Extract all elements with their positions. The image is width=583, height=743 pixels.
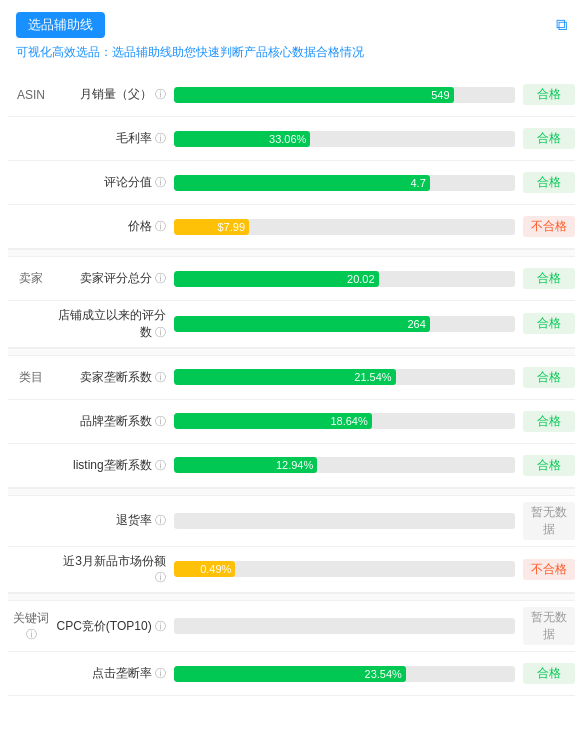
metric-label: CPC竞价(TOP10) ⓘ (54, 618, 174, 635)
status-badge: 不合格 (523, 559, 575, 580)
info-icon[interactable]: ⓘ (155, 415, 166, 427)
table-row: ASIN月销量（父） ⓘ549合格 (8, 73, 575, 117)
metric-label: 退货率 ⓘ (54, 512, 174, 529)
bar-fill: 23.54% (174, 666, 406, 682)
bar-track: 12.94% (174, 457, 515, 473)
bar-area: 12.94% (174, 455, 515, 475)
bar-track (174, 618, 515, 634)
info-icon[interactable]: ⓘ (155, 371, 166, 383)
bar-area: 21.54% (174, 367, 515, 387)
bar-fill: 20.02 (174, 271, 379, 287)
bar-area: 18.64% (174, 411, 515, 431)
status-badge: 合格 (523, 84, 575, 105)
category-info-icon[interactable]: ⓘ (26, 628, 37, 640)
section-divider (8, 488, 575, 496)
status-badge: 不合格 (523, 216, 575, 237)
bar-track: 549 (174, 87, 515, 103)
table-row: 品牌垄断系数 ⓘ18.64%合格 (8, 400, 575, 444)
bar-area (174, 511, 515, 531)
bar-area: 33.06% (174, 129, 515, 149)
info-icon[interactable]: ⓘ (155, 220, 166, 232)
table-row: 价格 ⓘ$7.99不合格 (8, 205, 575, 249)
bar-fill: 0.49% (174, 561, 235, 577)
status-badge: 合格 (523, 411, 575, 432)
metric-label: 卖家评分总分 ⓘ (54, 270, 174, 287)
bar-track: 18.64% (174, 413, 515, 429)
info-icon[interactable]: ⓘ (155, 272, 166, 284)
bar-area: 23.54% (174, 664, 515, 684)
title-button[interactable]: 选品辅助线 (16, 12, 105, 38)
bar-area (174, 616, 515, 636)
bar-fill: 21.54% (174, 369, 396, 385)
bar-track: 4.7 (174, 175, 515, 191)
status-badge: 暂无数据 (523, 502, 575, 540)
table-row: 毛利率 ⓘ33.06%合格 (8, 117, 575, 161)
info-icon[interactable]: ⓘ (155, 88, 166, 100)
bar-track (174, 513, 515, 529)
metric-label: 评论分值 ⓘ (54, 174, 174, 191)
subtitle: 可视化高效选品：选品辅助线助您快速判断产品核心数据合格情况 (0, 44, 583, 73)
info-icon[interactable]: ⓘ (155, 667, 166, 679)
bar-track: 23.54% (174, 666, 515, 682)
table-row: 类目卖家垄断系数 ⓘ21.54%合格 (8, 356, 575, 400)
bar-track: 33.06% (174, 131, 515, 147)
metric-label: listing垄断系数 ⓘ (54, 457, 174, 474)
bar-area: 549 (174, 85, 515, 105)
bar-track: 21.54% (174, 369, 515, 385)
metric-label: 点击垄断率 ⓘ (54, 665, 174, 682)
table-row: 店铺成立以来的评分数 ⓘ264合格 (8, 301, 575, 348)
metric-label: 品牌垄断系数 ⓘ (54, 413, 174, 430)
info-icon[interactable]: ⓘ (155, 176, 166, 188)
content-area: ASIN月销量（父） ⓘ549合格毛利率 ⓘ33.06%合格评论分值 ⓘ4.7合… (0, 73, 583, 696)
table-row: 退货率 ⓘ暂无数据 (8, 496, 575, 547)
status-badge: 合格 (523, 128, 575, 149)
metric-label: 毛利率 ⓘ (54, 130, 174, 147)
metric-label: 卖家垄断系数 ⓘ (54, 369, 174, 386)
info-icon[interactable]: ⓘ (155, 620, 166, 632)
bar-track: 264 (174, 316, 515, 332)
external-link-icon[interactable]: ⧉ (556, 16, 567, 34)
bar-area: 4.7 (174, 173, 515, 193)
bar-fill: 18.64% (174, 413, 372, 429)
bar-area: 264 (174, 314, 515, 334)
bar-fill: 33.06% (174, 131, 310, 147)
bar-fill: 12.94% (174, 457, 317, 473)
bar-track: 0.49% (174, 561, 515, 577)
info-icon[interactable]: ⓘ (155, 571, 166, 583)
bar-track: $7.99 (174, 219, 515, 235)
status-badge: 合格 (523, 367, 575, 388)
status-badge: 合格 (523, 268, 575, 289)
category-label: 卖家 (8, 270, 54, 287)
metric-label: 近3月新品市场份额 ⓘ (54, 553, 174, 587)
metric-label: 月销量（父） ⓘ (54, 86, 174, 103)
category-label: 关键词 ⓘ (8, 610, 54, 642)
bar-fill: 264 (174, 316, 430, 332)
bar-track: 20.02 (174, 271, 515, 287)
bar-fill: 549 (174, 87, 454, 103)
status-badge: 合格 (523, 313, 575, 334)
table-row: 点击垄断率 ⓘ23.54%合格 (8, 652, 575, 696)
bar-fill: 4.7 (174, 175, 430, 191)
metric-label: 店铺成立以来的评分数 ⓘ (54, 307, 174, 341)
status-badge: 合格 (523, 455, 575, 476)
bar-area: 20.02 (174, 269, 515, 289)
table-row: 关键词 ⓘCPC竞价(TOP10) ⓘ暂无数据 (8, 601, 575, 652)
info-icon[interactable]: ⓘ (155, 132, 166, 144)
category-label: ASIN (8, 88, 54, 102)
header: 选品辅助线 ⧉ (0, 0, 583, 44)
section-divider (8, 593, 575, 601)
info-icon[interactable]: ⓘ (155, 514, 166, 526)
info-icon[interactable]: ⓘ (155, 459, 166, 471)
bar-area: 0.49% (174, 559, 515, 579)
table-row: 评论分值 ⓘ4.7合格 (8, 161, 575, 205)
metric-label: 价格 ⓘ (54, 218, 174, 235)
table-row: 卖家卖家评分总分 ⓘ20.02合格 (8, 257, 575, 301)
status-badge: 合格 (523, 663, 575, 684)
table-row: listing垄断系数 ⓘ12.94%合格 (8, 444, 575, 488)
bar-fill: $7.99 (174, 219, 249, 235)
status-badge: 暂无数据 (523, 607, 575, 645)
table-row: 近3月新品市场份额 ⓘ0.49%不合格 (8, 547, 575, 594)
category-label: 类目 (8, 369, 54, 386)
status-badge: 合格 (523, 172, 575, 193)
info-icon[interactable]: ⓘ (155, 326, 166, 338)
